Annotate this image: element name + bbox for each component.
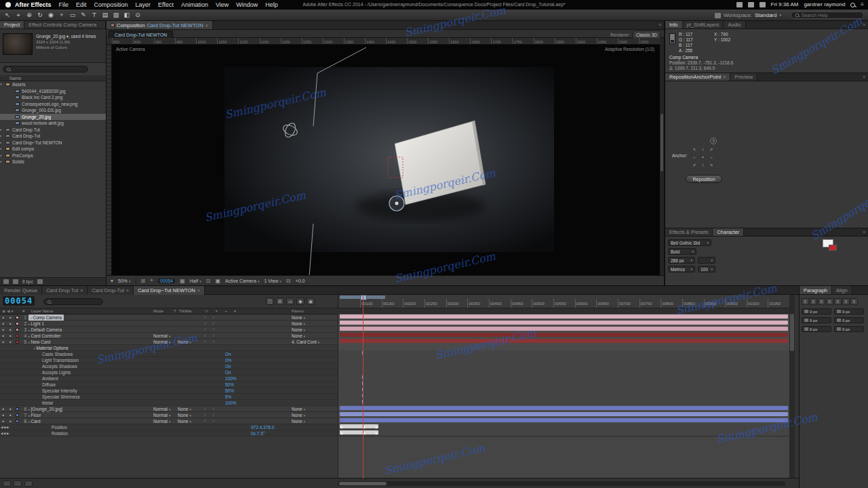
layer-visibility-icons[interactable]: ● ● [2,314,13,321]
track-matte-select[interactable] [178,351,179,357]
project-item[interactable]: ▸ Card Drop Tut [0,127,106,134]
menu-item[interactable]: Layer [136,0,151,9]
blend-mode-select[interactable] [153,357,155,363]
expand-transform-icon[interactable] [14,481,22,487]
parent-select[interactable] [292,357,293,363]
layer-name[interactable]: Accepts Shadows [42,363,77,369]
menu-item[interactable]: Edit [76,0,87,9]
tool-button[interactable]: ▨ [111,11,121,20]
parent-select[interactable] [292,424,293,430]
layer-color-chip[interactable] [16,316,19,319]
panel-menu-icon[interactable]: ≡ [860,73,868,81]
layer-track[interactable]: I ◆ ◆ ◆ [338,369,789,375]
interpret-footage-icon[interactable] [3,279,9,284]
anchor-pad-cell[interactable]: ↙ [691,161,698,168]
toggle-switches-modes-icon[interactable] [3,481,11,487]
column-t[interactable]: T [174,308,176,314]
tool-button[interactable]: + [57,11,66,20]
tab-align[interactable]: Align [832,286,852,294]
twirl-icon[interactable]: ▸ [0,152,3,159]
menu-item[interactable]: Effect [158,0,174,9]
align-left-icon[interactable]: ≡ [802,298,809,305]
layer-track[interactable]: I ◆ ◆ ◆ [338,411,789,418]
layer-visibility-icons[interactable]: ● ● [2,327,13,333]
track-matte-select[interactable] [178,400,179,406]
target-icon[interactable]: ⌖ [150,277,153,284]
tool-button[interactable]: ↖ [3,11,12,20]
project-item[interactable]: ▸ Solids [0,159,106,165]
blend-mode-select[interactable] [153,382,155,388]
property-value[interactable]: 50% [225,388,234,394]
parent-select[interactable] [292,369,293,375]
timeline-horizontal-scrollbar[interactable] [338,481,785,486]
menu-item[interactable]: View [216,0,229,9]
anchor-pad-cell[interactable]: ← [691,154,698,161]
blend-mode-select[interactable] [153,351,155,357]
project-item[interactable]: ▸ PreComps [0,152,106,159]
property-value[interactable]: On [225,351,231,357]
tab-close-icon[interactable]: × [205,23,208,28]
menubar-wifi-icon[interactable] [760,2,766,7]
project-bit-depth[interactable]: 8 bpc [22,279,33,284]
comp-viewer-tab[interactable]: Card Drop-Tut NEWTON [108,30,173,38]
layer-track[interactable]: I ◆ ◆ ◆ [338,424,789,430]
menu-item[interactable]: Window [236,0,258,9]
layer-track[interactable]: I ◆ ◆ ◆ [338,375,789,381]
project-item[interactable]: Grunge_20.jpg [0,114,106,121]
layer-track[interactable]: I ◆ ◆ ◆ [338,363,789,369]
layer-track[interactable]: I ◆ ◆ ◆ [338,320,789,326]
blend-mode-select[interactable] [153,363,155,369]
tool-button[interactable]: ◧ [122,11,132,20]
help-search-input[interactable] [802,13,856,18]
help-icon[interactable]: ? [710,138,717,144]
paragraph-indent-field[interactable]: 0 px [802,317,831,323]
parent-select[interactable] [292,363,293,369]
layer-switch-icons[interactable]: ⁄ ⁄ [205,321,218,327]
property-value[interactable]: 0% [225,357,231,363]
property-value[interactable]: 100% [225,400,237,406]
layer-color-chip[interactable] [16,340,19,344]
keyframe-icon[interactable]: ◆ [375,430,378,436]
blend-mode-select[interactable] [153,369,155,375]
menu-item[interactable]: Animation [181,0,208,9]
layer-visibility-icons[interactable]: ● ● [2,339,13,345]
tool-button[interactable]: ✎ [79,11,88,20]
tool-button[interactable]: ⊙ [133,11,142,20]
trash-icon[interactable] [37,279,43,284]
anchor-pad-cell[interactable]: ↑ [699,146,707,153]
layer-track[interactable]: I ◆ ◆ ◆ [338,387,789,393]
layer-duration-bar[interactable] [340,314,788,319]
layer-duration-bar[interactable] [340,418,788,422]
tab-composition[interactable]: Composition Card Drop-Tut NEWTON × [106,21,213,29]
timeline-row[interactable]: ● ● ◀◆▶ Rotation ⁄ ⁄ 0x-7.5° I ◆ ◆ ◆ [0,430,789,436]
tab-close-icon[interactable]: × [80,288,83,293]
layer-track[interactable]: I ◆ ◆ ◆ [338,399,789,405]
project-item[interactable]: ConsequenceLogo_new.png [0,101,106,108]
layer-name[interactable]: Accepts Lights [42,369,71,375]
preview-filename[interactable]: Grunge_20.jpg ▾, used 4 times [36,34,96,39]
panel-menu-icon[interactable]: ≡ [656,21,664,29]
track-matte-select[interactable] [178,357,179,363]
layer-track[interactable]: I ◆ ◆ ◆ [338,332,789,338]
region-of-interest-icon[interactable]: ⊡ [206,278,211,284]
layer-name[interactable]: Casts Shadows [42,351,73,357]
property-value[interactable]: 50% [225,382,234,388]
layer-visibility-icons[interactable]: ● ● [2,321,13,327]
blend-mode-select[interactable] [153,321,155,327]
track-matte-select[interactable] [178,363,179,369]
layer-color-chip[interactable] [16,413,19,417]
layer-duration-bar[interactable] [340,406,788,410]
layer-switch-icons[interactable]: ⁄ ⁄ [205,314,218,321]
align-right-icon[interactable]: ≡ [818,298,825,305]
view-layout-select[interactable]: 1 View [264,279,281,283]
paragraph-indent-field[interactable]: 0 px [834,326,864,332]
layer-switch-icons[interactable]: ⁄ ⁄ [205,327,218,333]
timeline-vertical-scrollbar[interactable] [789,295,795,478]
property-value[interactable]: 5% [225,394,231,400]
twirl-icon[interactable]: ▸ [0,127,3,134]
layer-color-chip[interactable] [16,328,19,331]
new-folder-icon[interactable] [13,279,18,284]
layer-name[interactable]: Ambient [42,375,58,382]
parent-select[interactable] [292,382,293,388]
current-time-indicator-line[interactable] [363,295,363,479]
